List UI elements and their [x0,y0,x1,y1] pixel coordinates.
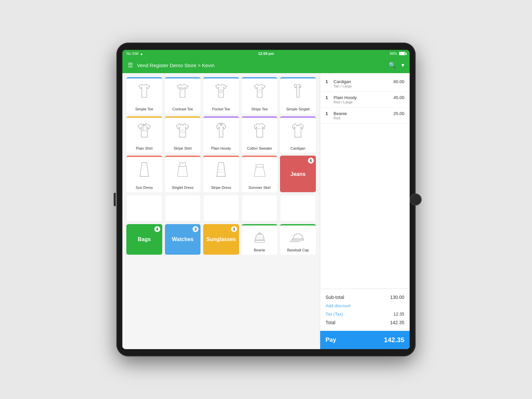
cart-item-name-1: Plain Hoody [333,95,391,100]
product-plain-shirt[interactable]: Plain Shirt [126,116,162,153]
product-name-simple-singlet: Simple Singlet [286,107,310,111]
product-name-stripe-tee: Stripe Tee [251,107,268,111]
product-empty-5 [280,195,316,221]
product-simple-tee[interactable]: Simple Tee [126,77,162,114]
header-left: ☰ Vend Register Demo Store > Kevin [128,62,214,69]
product-empty-3 [203,195,239,221]
bags-badge: 4 [154,226,160,232]
product-name-summer-skirt: Summer Skirt [248,186,271,190]
category-bags[interactable]: 4 Bags [126,224,162,255]
cart-item-1[interactable]: 1 Plain Hoody Red / Large 45.00 [320,92,410,108]
cart-item-qty-0: 1 [326,79,331,84]
app-header: ☰ Vend Register Demo Store > Kevin 🔍 ▾ [122,57,410,73]
product-stripe-dress[interactable]: Stripe Dress [203,156,239,192]
subtotal-value: 130.00 [390,295,404,300]
product-name-plain-hoody: Plain Hoody [211,146,231,150]
home-button[interactable] [410,194,422,205]
product-pocket-tee[interactable]: Pocket Tee [203,77,239,114]
product-grid: Simple Tee Contrast Tee [126,77,316,255]
product-jeans[interactable]: 6 Jeans [280,156,316,192]
pay-label: Pay [326,336,336,343]
battery-icon [399,52,406,55]
cart-item-qty-2: 1 [326,111,331,116]
category-name-bags: Bags [138,236,151,242]
tax-value: 12.35 [393,312,404,317]
search-icon[interactable]: 🔍 [389,62,396,69]
tablet-frame: No SIM ▲ 12:59 pm 99% ☰ Vend Register De… [116,43,416,356]
status-center: 12:59 pm [219,52,313,56]
cart-panel: 1 Cardigan Tan / Large 60.00 1 Plain Hoo… [320,73,410,349]
cart-item-price-1: 45.00 [393,95,404,100]
product-name-stripe-shirt: Stripe Shirt [174,146,192,150]
product-name-cardigan: Cardigan [291,146,306,150]
cart-item-2[interactable]: 1 Beanie Red 25.00 [320,108,410,124]
product-name-sun-dress: Sun Dress [136,186,153,190]
status-left: No SIM ▲ [126,52,219,56]
product-plain-hoody[interactable]: Plain Hoody [203,116,239,153]
product-cardigan[interactable]: Cardigan [280,116,316,153]
menu-icon[interactable]: ☰ [128,62,133,69]
total-row: Total 142.35 [326,318,404,327]
product-name-jeans: Jeans [291,171,306,177]
cart-item-variant-2: Red [333,116,391,120]
svg-rect-18 [292,239,304,241]
cart-summary: Sub-total 130.00 Add discount Tax (Tax) … [320,289,410,331]
product-name-pocket-tee: Pocket Tee [212,107,230,111]
svg-rect-0 [180,87,185,90]
cart-item-qty-1: 1 [326,95,331,100]
subtotal-row: Sub-total 130.00 [326,293,404,302]
product-empty-4 [242,195,278,221]
battery-fill [399,52,405,55]
svg-rect-13 [256,165,263,167]
product-beanie[interactable]: Beanie [242,224,278,255]
dropdown-icon[interactable]: ▾ [401,62,404,69]
sunglasses-badge: 3 [231,226,237,232]
cart-item-details-2: Beanie Red [333,111,391,120]
cart-items-list: 1 Cardigan Tan / Large 60.00 1 Plain Hoo… [320,73,410,289]
category-name-sunglasses: Sunglasses [206,236,236,242]
tax-label: Tax (Tax) [326,312,343,317]
product-cotton-sweater[interactable]: Cotton Sweater [242,116,278,153]
product-name-singlet-dress: Singlet Dress [172,186,194,190]
total-value: 142.35 [390,320,404,325]
total-label: Total [326,320,335,325]
product-empty-2 [165,195,201,221]
main-content: Simple Tee Contrast Tee [122,73,410,349]
jeans-badge: 6 [308,158,314,164]
pay-button[interactable]: Pay 142.35 [320,331,410,349]
product-empty-1 [126,195,162,221]
carrier-label: No SIM [126,52,139,56]
cart-item-details-1: Plain Hoody Red / Large [333,95,391,104]
cart-item-price-2: 25.00 [393,111,404,116]
product-simple-singlet[interactable]: Simple Singlet [280,77,316,114]
product-contrast-tee[interactable]: Contrast Tee [165,77,201,114]
category-sunglasses[interactable]: 3 Sunglasses [203,224,239,255]
header-right: 🔍 ▾ [389,62,404,69]
status-bar: No SIM ▲ 12:59 pm 99% [122,50,410,57]
add-discount-button[interactable]: Add discount [326,302,404,310]
product-singlet-dress[interactable]: Singlet Dress [165,156,201,192]
product-name-plain-shirt: Plain Shirt [136,146,153,150]
svg-rect-14 [255,240,265,242]
product-name-contrast-tee: Contrast Tee [172,107,193,111]
svg-rect-1 [220,90,222,92]
product-baseball-cap[interactable]: Baseball Cap [280,224,316,255]
cart-item-variant-1: Red / Large [333,100,391,104]
product-sun-dress[interactable]: Sun Dress [126,156,162,192]
side-button [114,193,116,206]
product-summer-skirt[interactable]: Summer Skirt [242,156,278,192]
product-stripe-tee[interactable]: Stripe Tee [242,77,278,114]
watches-badge: 3 [193,226,199,232]
battery-percent: 99% [390,52,397,56]
product-name-beanie: Beanie [254,248,265,252]
time-label: 12:59 pm [258,52,274,56]
products-panel: Simple Tee Contrast Tee [122,73,320,349]
product-stripe-shirt[interactable]: Stripe Shirt [165,116,201,153]
status-right: 99% [313,52,406,56]
cart-item-price-0: 60.00 [393,79,404,84]
category-watches[interactable]: 3 Watches [165,224,201,255]
cart-item-0[interactable]: 1 Cardigan Tan / Large 60.00 [320,76,410,92]
cart-item-variant-0: Tan / Large [333,84,391,88]
cart-item-details-0: Cardigan Tan / Large [333,79,391,88]
product-name-baseball-cap: Baseball Cap [287,248,309,252]
